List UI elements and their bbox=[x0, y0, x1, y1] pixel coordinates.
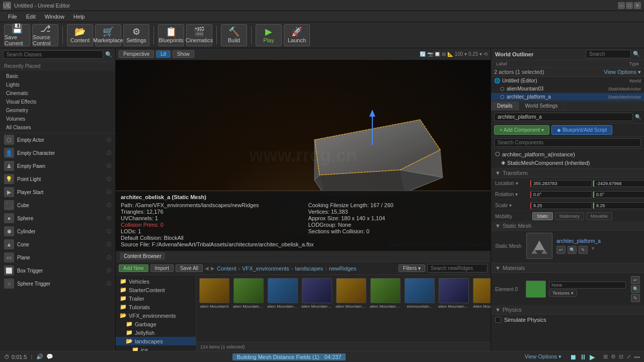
transform-section-header[interactable]: ▼ Transform bbox=[491, 168, 644, 178]
playback-play-button[interactable]: ▶ bbox=[590, 353, 595, 361]
place-player-start[interactable]: ▶ Player Start ⓘ bbox=[0, 186, 115, 199]
save-current-button[interactable]: 💾 Save Current bbox=[4, 24, 30, 46]
close-button[interactable]: ✕ bbox=[634, 2, 641, 9]
folder-tutorials[interactable]: 📁 Tutorials bbox=[116, 303, 196, 311]
asset-item[interactable]: alien Mountain3... bbox=[232, 277, 265, 310]
mesh-edit-button[interactable]: ✎ bbox=[579, 246, 588, 254]
folder-ice[interactable]: 📁 ice bbox=[116, 345, 196, 351]
category-volumes[interactable]: Volumes bbox=[0, 115, 115, 123]
asset-item[interactable]: alien Mountain5... bbox=[335, 277, 367, 310]
category-lights[interactable]: Lights bbox=[0, 80, 115, 89]
minimize-button[interactable]: ─ bbox=[618, 2, 625, 9]
place-sphere-trigger[interactable]: ○ Sphere Trigger ⓘ bbox=[0, 277, 115, 290]
bottom-view-options[interactable]: View Options ▾ bbox=[525, 353, 562, 360]
location-y-input[interactable] bbox=[593, 180, 644, 187]
frame-icon[interactable]: ⊟ bbox=[619, 353, 623, 360]
viewport-lighting-button[interactable]: Lit bbox=[156, 50, 171, 58]
playback-pause-button[interactable]: ⏸ bbox=[580, 353, 587, 361]
component-instance[interactable]: ⬡ architec_platform_a(instance) bbox=[491, 150, 644, 158]
rotation-x-input[interactable] bbox=[530, 191, 592, 198]
outliner-item-world[interactable]: 🌐 Untitled (Editor) World bbox=[491, 77, 644, 85]
outliner-search-icon[interactable]: 🔍 bbox=[633, 51, 640, 57]
playback-stop-button[interactable]: ⏹ bbox=[570, 353, 577, 361]
place-empty-pawn[interactable]: ♟ Empty Pawn ⓘ bbox=[0, 159, 115, 172]
content-button[interactable]: 📂 Content bbox=[67, 24, 93, 46]
folder-vehicles[interactable]: 📁 Vehicles bbox=[116, 277, 196, 286]
breadcrumb-newridges[interactable]: newRidges bbox=[329, 265, 356, 272]
viewport[interactable]: www.rrcg.cn Selected Actor(s) in: Untitl… bbox=[116, 60, 491, 250]
physics-section-header[interactable]: ▼ Physics bbox=[491, 305, 644, 315]
menu-window[interactable]: Window bbox=[41, 13, 68, 21]
asset-item[interactable]: alien Mountain3 bbox=[198, 277, 230, 310]
material-edit-button[interactable]: ✎ bbox=[631, 294, 640, 302]
add-new-button[interactable]: Add New bbox=[119, 264, 148, 272]
marketplace-button[interactable]: 🛒 Marketplace bbox=[95, 24, 121, 46]
mobility-static-button[interactable]: Static bbox=[532, 212, 553, 220]
material-textures-button[interactable]: Textures ▾ bbox=[549, 290, 577, 297]
chat-icon[interactable]: 💬 bbox=[46, 353, 53, 360]
category-cinematic[interactable]: Cinematic bbox=[0, 89, 115, 98]
search-classes-input[interactable] bbox=[3, 50, 103, 59]
build-button[interactable]: 🔨 Build bbox=[221, 24, 247, 46]
actor-browse-icon[interactable]: 🔍 bbox=[635, 114, 641, 120]
content-browser-tab[interactable]: Content Browser bbox=[120, 252, 165, 260]
material-search-button[interactable]: 🔍 bbox=[631, 285, 640, 293]
outliner-item-platform[interactable]: ⬡ architec_platform_a StaticMeshActor bbox=[491, 93, 644, 101]
blueprint-add-script-button[interactable]: ◆ Blueprint/Add Script bbox=[551, 125, 612, 135]
blueprints-button[interactable]: 📋 Blueprints bbox=[158, 24, 184, 46]
folder-vfx-environments[interactable]: 📂 VFX_environments bbox=[116, 311, 196, 320]
content-search-input[interactable] bbox=[427, 264, 488, 273]
maximize-button[interactable]: □ bbox=[626, 2, 633, 9]
sound-icon[interactable]: 🔊 bbox=[36, 353, 43, 360]
folder-garbage[interactable]: 📁 Garbage bbox=[116, 320, 196, 328]
settings-button[interactable]: ⚙ Settings bbox=[123, 24, 149, 46]
simulate-physics-checkbox[interactable] bbox=[495, 317, 501, 323]
asset-item[interactable]: alien Mountain5... bbox=[438, 277, 470, 310]
view-options-link[interactable]: View Options ▾ bbox=[604, 69, 641, 75]
save-all-button[interactable]: Save All bbox=[176, 264, 203, 272]
play-button[interactable]: ▶ Play bbox=[256, 24, 282, 46]
mobility-stationary-button[interactable]: Stationary bbox=[555, 212, 585, 220]
category-all-classes[interactable]: All Classes bbox=[0, 123, 115, 132]
category-visual-effects[interactable]: Visual Effects bbox=[0, 98, 115, 106]
place-cylinder[interactable]: ⏺ Cylinder ⓘ bbox=[0, 225, 115, 238]
folder-trailer[interactable]: 📁 Trailer bbox=[116, 294, 196, 303]
breadcrumb-vfx[interactable]: VFX_environments bbox=[242, 265, 289, 272]
static-mesh-section-header[interactable]: ▼ Static Mesh bbox=[491, 221, 644, 231]
actor-name-input[interactable] bbox=[494, 113, 633, 121]
world-settings-tab[interactable]: World Settings bbox=[519, 102, 565, 110]
add-component-button[interactable]: + Add Component ▾ bbox=[494, 125, 549, 135]
menu-file[interactable]: File bbox=[4, 13, 21, 21]
nav-back-icon[interactable]: ◀ bbox=[205, 265, 209, 271]
scale-x-input[interactable] bbox=[530, 202, 592, 209]
place-empty-actor[interactable]: ⬡ Empty Actor ⓘ bbox=[0, 133, 115, 146]
place-cone[interactable]: ▲ Cone ⓘ bbox=[0, 238, 115, 251]
category-geometry[interactable]: Geometry bbox=[0, 106, 115, 115]
place-cube[interactable]: ⬛ Cube ⓘ bbox=[0, 199, 115, 212]
cinematics-button[interactable]: 🎬 Cinematics bbox=[186, 24, 212, 46]
outliner-item-alien-mountain[interactable]: ⬡ alienMountain03 StaticMeshActor bbox=[491, 85, 644, 93]
place-sphere[interactable]: ● Sphere ⓘ bbox=[0, 212, 115, 225]
asset-item[interactable]: alien Mountain5... bbox=[301, 277, 333, 310]
material-browse-button[interactable]: ↩ bbox=[631, 276, 640, 284]
snap-icon[interactable]: ⊞ bbox=[603, 353, 608, 360]
breadcrumb-content[interactable]: Content bbox=[217, 265, 236, 272]
folder-starter-content[interactable]: 📁 StarterContent bbox=[116, 286, 196, 294]
filters-button[interactable]: Filters ▾ bbox=[398, 264, 425, 272]
asset-item[interactable]: alien Mountain5... bbox=[369, 277, 401, 310]
mesh-name[interactable]: architec_platform_a bbox=[556, 238, 601, 244]
settings-icon-bottom[interactable]: ⚙ bbox=[611, 353, 616, 360]
place-point-light[interactable]: 💡 Point Light ⓘ bbox=[0, 172, 115, 186]
expand-icon[interactable]: ⤢ bbox=[626, 353, 631, 360]
asset-item[interactable]: emmountain... bbox=[404, 277, 436, 310]
mesh-search-button[interactable]: 🔍 bbox=[568, 246, 577, 254]
asset-item[interactable]: Alien Mountain... bbox=[472, 277, 491, 310]
mobility-movable-button[interactable]: Movable bbox=[586, 212, 612, 220]
launch-button[interactable]: 🚀 Launch bbox=[284, 24, 310, 46]
rotation-y-input[interactable] bbox=[593, 191, 644, 198]
more-icon[interactable]: ••• bbox=[634, 354, 640, 360]
scale-y-input[interactable] bbox=[593, 202, 644, 209]
viewport-mode-button[interactable]: Perspective bbox=[119, 50, 154, 58]
menu-help[interactable]: Help bbox=[69, 13, 89, 21]
asset-item[interactable]: alien Mountains04... bbox=[267, 277, 299, 310]
